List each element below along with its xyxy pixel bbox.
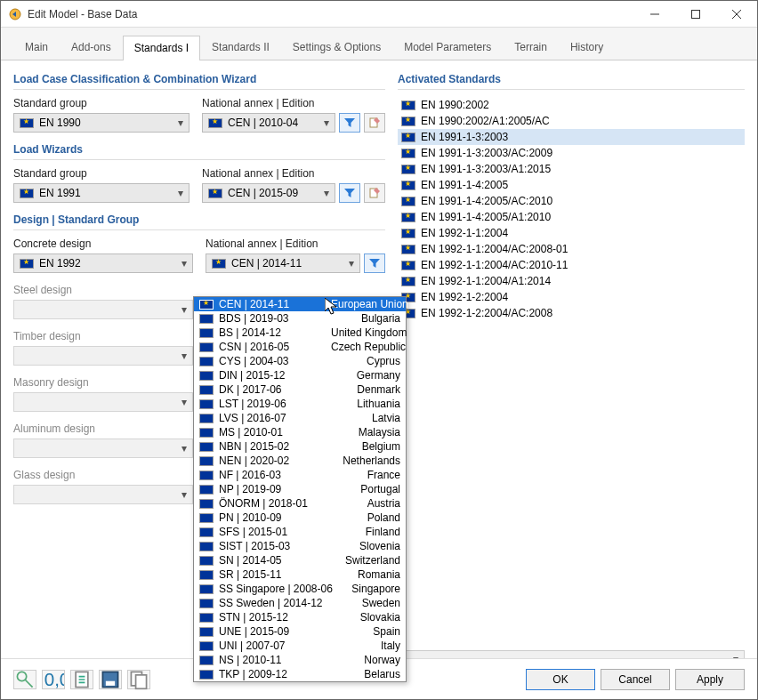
chevron-down-icon: ▾ — [733, 653, 738, 658]
dropdown-item[interactable]: SIST | 2015-03Slovenia — [194, 539, 406, 553]
tab-terrain[interactable]: Terrain — [503, 35, 559, 60]
eu-flag-icon — [401, 277, 415, 286]
right-column: Activated Standards EN 1990:2002EN 1990:… — [398, 71, 745, 658]
tool-copy-button[interactable] — [127, 670, 150, 689]
filter-button[interactable] — [364, 253, 385, 273]
standard-item[interactable]: EN 1991-1-3:2003/A1:2015 — [398, 161, 745, 177]
dropdown-item[interactable]: SN | 2014-05Switzerland — [194, 553, 406, 567]
flag-icon — [199, 556, 214, 566]
close-button[interactable] — [716, 1, 757, 28]
dropdown-item[interactable]: MS | 2010-01Malaysia — [194, 425, 406, 439]
flag-icon — [199, 499, 214, 509]
standard-item[interactable]: EN 1992-1-1:2004/AC:2008-01 — [398, 241, 745, 257]
dropdown-item[interactable]: PN | 2010-09Poland — [194, 511, 406, 525]
dropdown-code: NBN | 2015-02 — [219, 440, 326, 453]
tab-standards-i[interactable]: Standards I — [123, 36, 200, 60]
standard-text: EN 1991-1-4:2005/AC:2010 — [421, 195, 552, 207]
tool-key-button[interactable] — [13, 670, 36, 689]
annex-dropdown-list[interactable]: CEN | 2014-11European UnionBDS | 2019-03… — [193, 296, 407, 682]
standard-item[interactable]: EN 1991-1-3:2003/AC:2009 — [398, 145, 745, 161]
dropdown-item[interactable]: LVS | 2016-07Latvia — [194, 411, 406, 425]
label-national-annex: National annex | Edition — [202, 167, 385, 180]
flag-icon — [199, 613, 214, 623]
tab-history[interactable]: History — [559, 35, 615, 60]
dropdown-country: Portugal — [360, 483, 400, 495]
standard-item[interactable]: EN 1992-1-1:2004/A1:2014 — [398, 273, 745, 289]
dropdown-item[interactable]: LST | 2019-06Lithuania — [194, 397, 406, 411]
tool-save-button[interactable] — [99, 670, 122, 689]
tool-doc-button[interactable] — [70, 670, 93, 689]
edit-annex-button[interactable] — [364, 183, 385, 203]
cancel-button[interactable]: Cancel — [601, 669, 670, 690]
standard-item[interactable]: EN 1990:2002/A1:2005/AC — [398, 113, 745, 129]
dropdown-item[interactable]: UNI | 2007-07Italy — [194, 639, 406, 653]
standard-item[interactable]: EN 1990:2002 — [398, 97, 745, 113]
eu-flag-icon — [401, 197, 415, 206]
maximize-button[interactable] — [675, 1, 716, 28]
chevron-down-icon: ▾ — [178, 117, 183, 129]
standard-item[interactable]: EN 1992-1-1:2004/AC:2010-11 — [398, 257, 745, 273]
eu-flag-icon — [212, 259, 226, 269]
minimize-button[interactable] — [634, 1, 675, 28]
tab-add-ons[interactable]: Add-ons — [60, 35, 123, 60]
combo-annex-1990[interactable]: CEN | 2010-04 ▾ — [202, 113, 335, 133]
apply-button[interactable]: Apply — [675, 669, 745, 690]
combo-en1991[interactable]: EN 1991 ▾ — [13, 183, 190, 203]
eu-flag-icon — [20, 189, 34, 198]
dropdown-item[interactable]: DIN | 2015-12Germany — [194, 368, 406, 382]
ok-button[interactable]: OK — [526, 669, 595, 690]
filter-button[interactable] — [339, 183, 360, 203]
standard-text: EN 1991-1-4:2005/A1:2010 — [421, 211, 551, 223]
dropdown-item[interactable]: SFS | 2015-01Finland — [194, 525, 406, 539]
flag-icon — [199, 328, 214, 338]
standard-item[interactable]: EN 1991-1-4:2005 — [398, 177, 745, 193]
standard-item[interactable]: EN 1991-1-4:2005/A1:2010 — [398, 209, 745, 225]
dropdown-item[interactable]: CEN | 2014-11European Union — [194, 297, 406, 311]
combo-annex-1991[interactable]: CEN | 2015-09 ▾ — [202, 183, 335, 203]
dropdown-item[interactable]: NP | 2019-09Portugal — [194, 482, 406, 496]
activated-standards-list[interactable]: EN 1990:2002EN 1990:2002/A1:2005/ACEN 19… — [398, 97, 745, 321]
combo-en1990[interactable]: EN 1990 ▾ — [13, 113, 190, 133]
dropdown-item[interactable]: STN | 2015-12Slovakia — [194, 610, 406, 624]
dropdown-item[interactable]: CSN | 2016-05Czech Republic — [194, 340, 406, 354]
dropdown-item[interactable]: NEN | 2020-02Netherlands — [194, 454, 406, 468]
dropdown-item[interactable]: CYS | 2004-03Cyprus — [194, 354, 406, 368]
dropdown-item[interactable]: SR | 2015-11Romania — [194, 567, 406, 582]
flag-icon — [199, 342, 214, 352]
tab-standards-ii[interactable]: Standards II — [200, 35, 281, 60]
dropdown-item[interactable]: NBN | 2015-02Belgium — [194, 439, 406, 454]
combo-en1992[interactable]: EN 1992 ▾ — [13, 253, 193, 273]
standard-item[interactable]: EN 1992-1-2:2004 — [398, 289, 745, 305]
dropdown-item[interactable]: BS | 2014-12United Kingdom — [194, 326, 406, 340]
filter-button[interactable] — [339, 113, 360, 133]
standard-item[interactable]: EN 1991-1-3:2003 — [398, 129, 745, 145]
dropdown-code: PN | 2010-09 — [219, 511, 326, 524]
tab-settings-options[interactable]: Settings & Options — [281, 35, 392, 60]
tool-units-button[interactable]: 0,00 — [42, 670, 65, 689]
combo-annex-1992-open[interactable]: CEN | 2014-11 ▾ — [206, 253, 360, 273]
dropdown-code: CSN | 2016-05 — [219, 341, 326, 353]
dropdown-item[interactable]: ÖNORM | 2018-01Austria — [194, 496, 406, 511]
dropdown-item[interactable]: SS Singapore | 2008-06Singapore — [194, 582, 406, 596]
dropdown-item[interactable]: SS Sweden | 2014-12Sweden — [194, 596, 406, 610]
dropdown-code: SS Singapore | 2008-06 — [219, 583, 333, 595]
dropdown-item[interactable]: NS | 2010-11Norway — [194, 653, 406, 667]
dropdown-item[interactable]: TKP | 2009-12Belarus — [194, 667, 406, 681]
label-concrete-design: Concrete design — [13, 237, 193, 250]
standard-item[interactable]: EN 1992-1-2:2004/AC:2008 — [398, 305, 745, 321]
tab-model-parameters[interactable]: Model Parameters — [392, 35, 503, 60]
dropdown-item[interactable]: UNE | 2015-09Spain — [194, 624, 406, 639]
flag-icon — [199, 428, 214, 438]
standard-item[interactable]: EN 1992-1-1:2004 — [398, 225, 745, 241]
dropdown-item[interactable]: BDS | 2019-03Bulgaria — [194, 311, 406, 326]
dropdown-country: Slovakia — [360, 611, 400, 624]
dropdown-item[interactable]: DK | 2017-06Denmark — [194, 382, 406, 397]
standard-item[interactable]: EN 1991-1-4:2005/AC:2010 — [398, 193, 745, 209]
dropdown-code: DK | 2017-06 — [219, 383, 326, 396]
dropdown-item[interactable]: NF | 2016-03France — [194, 468, 406, 482]
standards-selector-combo[interactable]: ▾ — [398, 650, 745, 658]
eu-flag-icon — [20, 259, 34, 269]
edit-annex-button[interactable] — [364, 113, 385, 133]
tab-main[interactable]: Main — [13, 35, 60, 60]
combo-value: CEN | 2015-09 — [228, 187, 298, 199]
